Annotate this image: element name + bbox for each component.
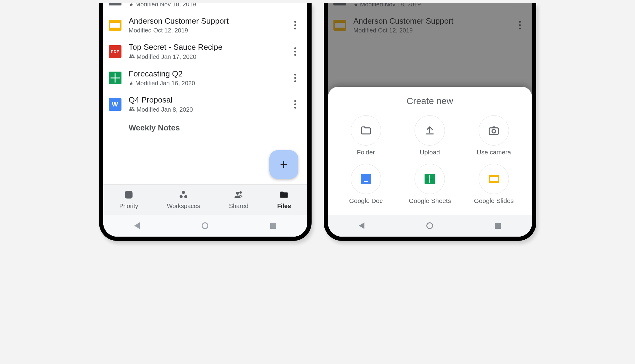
option-upload[interactable]: Upload (404, 115, 456, 156)
option-google-slides[interactable]: Google Slides (468, 164, 520, 204)
gslides-icon (479, 164, 509, 194)
docs-icon: W (109, 98, 121, 111)
file-subtitle: ★ Modified Nov 18, 2019 (129, 3, 289, 8)
folder-icon (109, 3, 121, 5)
option-label: Use camera (477, 149, 511, 156)
option-label: Upload (420, 149, 440, 156)
file-row[interactable]: Anderson Customer Support Modified Oct 1… (103, 12, 307, 38)
recents-icon[interactable] (270, 223, 276, 229)
file-text: Distributed Iceberg Deliverables ★ Modif… (129, 3, 289, 8)
files-icon (279, 190, 288, 201)
file-title: Forecasting Q2 (129, 69, 289, 79)
back-icon[interactable] (359, 222, 364, 229)
phone-right: Distributed Iceberg Deliverables ★ Modif… (324, 3, 536, 241)
tab-label: Priority (119, 203, 138, 210)
more-button[interactable] (289, 45, 301, 58)
svg-point-3 (185, 195, 187, 198)
shared-icon (129, 53, 135, 61)
svg-rect-6 (489, 128, 498, 135)
file-text: Forecasting Q2 ★ Modified Jan 16, 2020 (129, 69, 289, 87)
file-title: Anderson Customer Support (129, 16, 289, 26)
file-text: Anderson Customer Support Modified Oct 1… (129, 16, 289, 34)
file-subtitle: ★ Modified Jan 16, 2020 (129, 80, 289, 87)
file-title: Top Secret - Sauce Recipe (129, 42, 289, 52)
system-nav (103, 215, 307, 237)
create-fab[interactable]: + (269, 150, 298, 179)
file-text: Weekly Notes (129, 123, 301, 134)
slides-icon (109, 20, 121, 31)
recents-icon[interactable] (495, 223, 501, 229)
option-label: Folder (357, 149, 375, 156)
home-icon[interactable] (202, 222, 208, 229)
shared-icon (129, 106, 135, 113)
option-label: Google Sheets (409, 197, 451, 204)
folder-icon (351, 115, 381, 146)
file-modified: Modified Nov 18, 2019 (135, 3, 196, 8)
svg-point-1 (183, 191, 185, 194)
tab-label: Workspaces (167, 203, 200, 210)
create-new-sheet: Create new Folder Upload (328, 87, 532, 215)
option-label: Google Slides (474, 197, 514, 204)
file-subtitle: Modified Jan 8, 2020 (129, 106, 289, 113)
sheet-title: Create new (334, 96, 526, 106)
file-row[interactable]: Forecasting Q2 ★ Modified Jan 16, 2020 (103, 65, 307, 91)
file-modified: Modified Jan 8, 2020 (137, 106, 193, 113)
file-subtitle: Modified Oct 12, 2019 (129, 27, 289, 34)
tab-label: Files (277, 203, 291, 210)
plus-icon: + (280, 157, 288, 172)
workspaces-icon (179, 190, 188, 201)
file-row[interactable]: Weekly Notes (103, 118, 307, 139)
option-camera[interactable]: Use camera (468, 115, 520, 156)
system-nav (328, 215, 532, 237)
gdoc-icon (351, 164, 381, 194)
camera-icon (479, 115, 509, 146)
bottom-tabs: Priority Workspaces Shared Files (103, 184, 307, 215)
option-folder[interactable]: Folder (340, 115, 392, 156)
svg-point-2 (180, 195, 183, 198)
star-icon: ★ (129, 3, 134, 8)
star-icon: ★ (129, 80, 134, 87)
file-text: Top Secret - Sauce Recipe Modified Jan 1… (129, 42, 289, 61)
file-row[interactable]: Distributed Iceberg Deliverables ★ Modif… (103, 3, 307, 12)
home-icon[interactable] (426, 222, 433, 229)
file-row[interactable]: W Q4 Proposal Modified Jan 8, 2020 (103, 91, 307, 118)
option-google-sheets[interactable]: Google Sheets (404, 164, 456, 204)
tab-files[interactable]: Files (277, 190, 291, 210)
file-modified: Modified Jan 17, 2020 (137, 53, 196, 60)
tab-priority[interactable]: Priority (119, 190, 138, 210)
more-button[interactable] (289, 98, 301, 111)
shared-icon (234, 190, 243, 201)
upload-icon (415, 115, 445, 146)
option-google-doc[interactable]: Google Doc (340, 164, 392, 204)
more-button[interactable] (289, 71, 301, 85)
file-title: Weekly Notes (129, 123, 301, 133)
pdf-icon: PDF (109, 45, 121, 58)
back-icon[interactable] (134, 222, 140, 229)
option-label: Google Doc (349, 197, 383, 204)
phone-left: Distributed Iceberg Deliverables ★ Modif… (99, 3, 312, 241)
file-modified: Modified Jan 16, 2020 (135, 80, 195, 87)
file-text: Q4 Proposal Modified Jan 8, 2020 (129, 95, 289, 113)
file-row[interactable]: PDF Top Secret - Sauce Recipe Modified J… (103, 38, 307, 65)
priority-icon (124, 190, 133, 201)
more-button[interactable] (289, 3, 301, 6)
screen-left: Distributed Iceberg Deliverables ★ Modif… (103, 3, 307, 237)
create-options-grid: Folder Upload Use camera (334, 115, 526, 204)
svg-point-5 (240, 191, 241, 193)
file-modified: Modified Oct 12, 2019 (129, 27, 188, 34)
file-title: Q4 Proposal (129, 95, 289, 105)
tab-workspaces[interactable]: Workspaces (167, 190, 200, 210)
file-subtitle: Modified Jan 17, 2020 (129, 53, 289, 61)
tab-label: Shared (229, 203, 249, 210)
sheets-icon (109, 72, 121, 84)
tab-shared[interactable]: Shared (229, 190, 249, 210)
svg-point-4 (236, 192, 239, 194)
gsheets-icon (415, 164, 445, 194)
svg-point-7 (492, 130, 496, 133)
screen-right: Distributed Iceberg Deliverables ★ Modif… (328, 3, 532, 237)
more-button[interactable] (289, 19, 301, 32)
